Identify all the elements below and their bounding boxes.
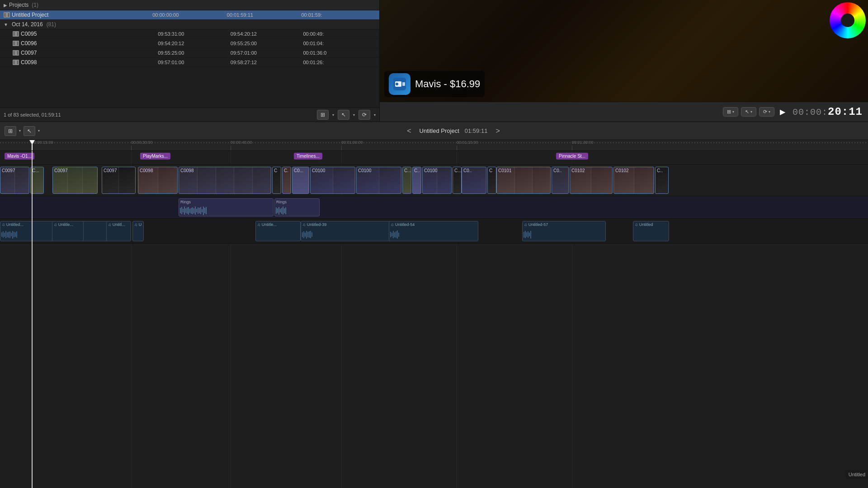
clip-c0098-2[interactable]: C0098: [179, 167, 271, 194]
music-waveform-2: [301, 230, 391, 239]
timeline-view-chevron[interactable]: ▾: [19, 129, 21, 133]
speed-chevron-icon[interactable]: ▾: [374, 113, 376, 117]
clip-c-1449[interactable]: C..: [655, 167, 669, 194]
clip-c0100-2[interactable]: C0100: [356, 167, 401, 194]
browser-table[interactable]: Untitled Project 00:00:00:00 00:01:59:11…: [0, 10, 379, 108]
projects-label: Projects: [9, 2, 28, 8]
group-header-row[interactable]: ▼ Oct 14, 2016 (81): [0, 20, 379, 29]
clip-c0102-1[interactable]: C0102: [570, 167, 613, 194]
timeline-view-btn[interactable]: ⊞: [5, 126, 16, 136]
project-row[interactable]: Untitled Project 00:00:00:00 00:01:59:11…: [0, 10, 379, 20]
timeline-nav-fwd[interactable]: >: [493, 126, 502, 136]
ruler-line-5: [572, 145, 572, 150]
untitled-bottom-label: Untitled: [846, 470, 868, 479]
speed-btn[interactable]: ⟳: [359, 110, 370, 120]
timeline-duration: 01:59:11: [465, 127, 488, 134]
project-end: 00:01:59:11: [227, 12, 302, 18]
view-options-chevron: ▾: [732, 110, 734, 114]
clip-c-602[interactable]: C: [272, 167, 281, 194]
music-clip-untitled-5[interactable]: ♫ Untitle...: [255, 221, 301, 241]
projects-expand-arrow[interactable]: ▶: [4, 3, 7, 8]
clip-start: 09:57:01:00: [158, 60, 231, 65]
color-wheel: [830, 2, 866, 38]
view-toggle-btn[interactable]: ⊞: [317, 110, 329, 120]
marker-playmarks[interactable]: PlayMarks...: [140, 153, 170, 160]
clip-c-small[interactable]: C...: [30, 167, 44, 194]
ruler-line-4: [457, 145, 457, 150]
trim-tool-btn[interactable]: ↖ ▾: [741, 107, 756, 117]
music-clip-untitled-54[interactable]: ♫ Untitled-54: [389, 221, 478, 241]
clip-c0102-2[interactable]: C0102: [613, 167, 654, 194]
marker-mavis[interactable]: Mavis -O1...: [5, 153, 34, 160]
clip-row-c0096[interactable]: C0096 09:54:20:12 09:55:25:00 00:01:04:: [0, 39, 379, 48]
timeline-nav-back[interactable]: <: [404, 126, 414, 136]
marker-timelines[interactable]: Timelines...: [294, 153, 322, 160]
music-track-row[interactable]: ♫ Untitled... ♫ Untitle... ♫: [0, 219, 868, 244]
clip-dur: 00:01:36:0: [303, 50, 376, 56]
clip-c0-1021[interactable]: C0..: [462, 167, 486, 194]
view-options-btn[interactable]: ⊞ ▾: [723, 107, 738, 117]
timeline-tracks-container[interactable]: Mavis -O1... PlayMarks... Timelines... P…: [0, 151, 868, 488]
music-icon: ♫: [302, 222, 306, 227]
app-promo-text: Mavis - $16.99: [415, 78, 480, 90]
audio-sfx-track[interactable]: Rings Rings: [0, 196, 868, 219]
music-clip-u[interactable]: ♫ U: [132, 221, 144, 241]
cursor-chevron-icon[interactable]: ▾: [353, 113, 355, 117]
svg-point-2: [396, 83, 398, 85]
clip-c-624[interactable]: C.: [282, 167, 291, 194]
clip-c0097-1[interactable]: C0097: [0, 167, 29, 194]
speed-tool-btn[interactable]: ⟳ ▾: [759, 107, 774, 117]
clip-label: C0100: [312, 168, 325, 173]
preview-video[interactable]: Mavis - $16.99: [380, 0, 868, 102]
clip-label: C..: [414, 168, 420, 173]
music-clip-untitled-57[interactable]: ♫ Untitled-57: [522, 221, 606, 241]
clip-c-890[interactable]: C...: [402, 167, 411, 194]
clip-row-c0095[interactable]: C0095 09:53:31:00 09:54:20:12 00:00:49:: [0, 29, 379, 39]
clip-c0101[interactable]: C0101: [496, 167, 551, 194]
cursor-tool-btn[interactable]: ↖: [338, 110, 349, 120]
clip-id: C0096: [21, 40, 37, 47]
clip-row-c0097[interactable]: C0097 09:55:25:00 09:57:01:00 00:01:36:0: [0, 48, 379, 58]
browser-panel: ▶ Projects (1) Untitled Project 00:00:00…: [0, 0, 380, 122]
marker-pinnacle[interactable]: Pinnacle St...: [556, 153, 588, 160]
clip-c-912[interactable]: C..: [412, 167, 421, 194]
clip-start: 09:54:20:12: [158, 41, 231, 46]
audio-clip-rings-1[interactable]: Rings: [179, 198, 274, 216]
play-button[interactable]: ▶: [780, 108, 785, 116]
clip-dur: 00:01:04:: [303, 41, 376, 46]
clip-c0098-1[interactable]: C0098: [138, 167, 178, 194]
clip-c0-1220[interactable]: C0..: [552, 167, 569, 194]
clip-c-1001[interactable]: C...: [453, 167, 462, 194]
clip-row-c0098[interactable]: C0098 09:57:01:00 09:58:27:12 00:01:26:: [0, 58, 379, 67]
group-expand-arrow[interactable]: ▼: [4, 22, 8, 27]
view-chevron-icon[interactable]: ▾: [332, 113, 334, 117]
clip-film-icon: [13, 41, 19, 46]
timeline-cursor-chevron[interactable]: ▾: [38, 129, 40, 133]
timeline-toolbar-center: < Untitled Project 01:59:11 >: [43, 126, 863, 136]
music-waveform-4: [523, 230, 605, 239]
clip-id: C0097: [21, 50, 37, 56]
clip-label: C0098: [140, 168, 153, 173]
ruler-marks-container: 00:00:15:00 00:00:30:00 00:00:45:00 00:0…: [0, 140, 868, 150]
audio-waveform: [275, 206, 319, 215]
music-clip-untitled-last[interactable]: ♫ Untitled: [633, 221, 669, 241]
clip-c0097-2[interactable]: C0097: [52, 167, 98, 194]
audio-waveform: [179, 206, 273, 215]
music-icon: ♫: [108, 222, 111, 227]
audio-clip-rings-2[interactable]: Rings: [274, 198, 320, 216]
timeline-cursor-btn[interactable]: ↖: [24, 126, 35, 136]
clip-c0100-1[interactable]: C0100: [310, 167, 355, 194]
clip-c0-646[interactable]: C0...: [292, 167, 309, 194]
music-clip-text: Untitled-57: [528, 222, 548, 227]
music-clip-untitled-3[interactable]: ♫ Untitl...: [106, 221, 131, 241]
app-promo-overlay: Mavis - $16.99: [384, 71, 485, 97]
video-track-row[interactable]: C0097 C... C0097 C0097 C0098: [0, 164, 868, 196]
music-clip-untitled-2[interactable]: ♫ Untitle...: [52, 221, 84, 241]
clip-c-1078[interactable]: C: [487, 167, 496, 194]
timeline-ruler: 00:00:15:00 00:00:30:00 00:00:45:00 00:0…: [0, 140, 868, 151]
timecode-prefix: 00:00:: [793, 107, 828, 117]
music-clip-label: ♫ Untitled-54: [391, 222, 415, 227]
clip-c0100-3[interactable]: C0100: [422, 167, 452, 194]
clip-c0097-3[interactable]: C0097: [102, 167, 136, 194]
music-clip-untitled-39[interactable]: ♫ Untitled-39: [301, 221, 391, 241]
